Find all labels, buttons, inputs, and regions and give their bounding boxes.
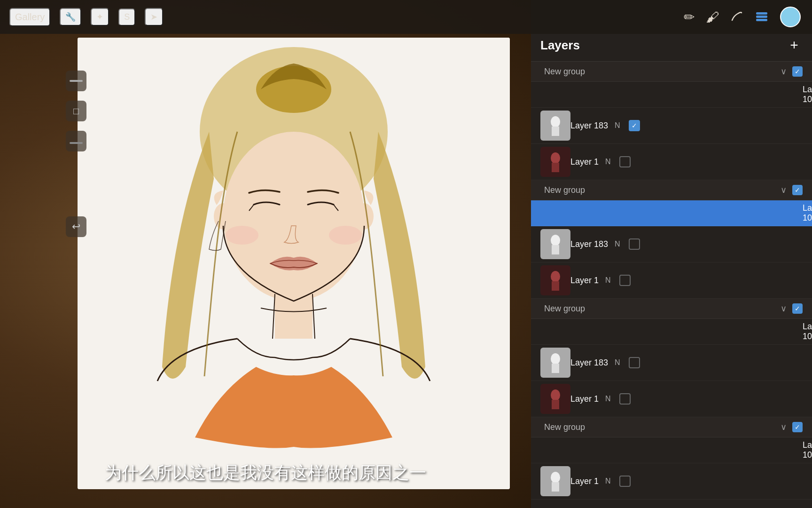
layer-row-selected[interactable]: Layer 109 N ✓ — [531, 200, 812, 226]
group-chevron-icon: ∨ — [781, 66, 787, 77]
square-tool[interactable]: □ — [66, 101, 86, 121]
group-row[interactable]: New group ∨ ✓ — [531, 299, 812, 319]
side-tools: □ — [66, 71, 86, 151]
layer-row[interactable]: Layer 109 N ✓ — [531, 82, 812, 108]
layer-row[interactable]: Layer 1 N — [531, 463, 812, 500]
layer-name: Layer 183 — [570, 358, 608, 368]
svg-rect-17 — [552, 163, 559, 172]
group-label: New group — [544, 67, 781, 77]
group-row-top[interactable]: New group ∨ ✓ — [531, 62, 812, 82]
modify-tool-button[interactable]: 🔧 — [60, 8, 81, 26]
svg-rect-15 — [552, 127, 559, 136]
layer-name: Layer 109 — [803, 322, 812, 341]
right-toolbar: ✏ 🖌 — [531, 0, 812, 34]
svg-rect-33 — [552, 482, 559, 492]
group-label: New group — [544, 304, 781, 314]
svg-point-26 — [551, 353, 560, 365]
top-toolbar: Gallery 🔧 ✦ S ➤ — [0, 0, 531, 34]
add-layer-button[interactable]: + — [786, 37, 803, 54]
color-picker[interactable] — [780, 7, 801, 27]
layer-thumbnail — [540, 229, 570, 259]
brush-tool-icon[interactable]: 🖌 — [706, 9, 719, 25]
layer-row[interactable]: Layer 183 N — [531, 226, 812, 262]
layer-visibility[interactable] — [629, 238, 640, 250]
svg-rect-23 — [552, 281, 559, 291]
group-row[interactable]: New group ∨ ✓ — [531, 180, 812, 200]
layers-tool-icon[interactable] — [755, 8, 769, 26]
layer-row[interactable]: Layer 109 N ✓ — [531, 437, 812, 463]
layer-visibility[interactable] — [619, 156, 631, 167]
svg-point-7 — [226, 226, 258, 245]
canvas-area: Gallery 🔧 ✦ S ➤ — [0, 0, 531, 508]
svg-rect-9 — [756, 12, 767, 15]
svg-rect-10 — [756, 16, 767, 18]
layer-row[interactable]: Layer 109 N ✓ — [531, 319, 812, 345]
group-label: New group — [544, 185, 781, 195]
group-chevron-icon: ∨ — [781, 422, 787, 432]
layer-name: Layer 1 — [570, 476, 599, 486]
svg-point-32 — [551, 472, 560, 483]
layer-row[interactable]: Layer 1 N — [531, 262, 812, 299]
layer-visibility[interactable] — [619, 476, 631, 487]
layer-visibility[interactable] — [619, 275, 631, 286]
canvas-frame — [78, 38, 510, 489]
layer-name: Layer 1 — [570, 276, 599, 286]
layer-row[interactable]: Layer 1 N — [531, 381, 812, 417]
layer-visibility[interactable]: ✓ — [629, 120, 640, 131]
brush-size-slider-top[interactable] — [66, 71, 86, 91]
layer-mode: N — [605, 276, 615, 285]
brush-size-slider-bottom[interactable] — [66, 131, 86, 151]
smudge-tool-icon[interactable] — [730, 9, 743, 25]
adjust-tool-button[interactable]: ✦ — [91, 8, 109, 26]
pencil-tool-icon[interactable]: ✏ — [684, 9, 695, 25]
selection-tool-button[interactable]: ➤ — [145, 8, 163, 26]
subtitle-text: 为什么所以这也是我没有这样做的原因之一 — [105, 461, 426, 484]
svg-point-16 — [551, 152, 560, 164]
layer-name: Layer 1 — [570, 394, 599, 404]
transform-tool-button[interactable]: S — [118, 8, 135, 26]
layer-thumbnail — [540, 265, 570, 295]
layers-panel: Layers + New group ∨ ✓ Layer 109 N ✓ Lay… — [531, 0, 812, 508]
layer-visibility[interactable] — [629, 357, 640, 368]
layers-panel-title: Layers — [540, 38, 580, 53]
layer-name: Layer 109 — [803, 440, 812, 460]
layer-mode: N — [605, 477, 615, 485]
svg-point-3 — [223, 132, 364, 301]
group-visibility-check[interactable]: ✓ — [792, 303, 803, 314]
group-chevron-icon: ∨ — [781, 185, 787, 195]
svg-point-6 — [355, 203, 374, 230]
svg-point-20 — [551, 235, 560, 246]
group-row[interactable]: New group ∨ ✓ — [531, 417, 812, 437]
layer-row[interactable]: Layer 183 N — [531, 345, 812, 381]
group-label: New group — [544, 422, 781, 432]
layer-name: Layer 183 — [570, 121, 608, 131]
group-visibility-check[interactable]: ✓ — [792, 185, 803, 195]
svg-point-8 — [329, 226, 362, 245]
layer-name: Layer 109 — [803, 203, 812, 223]
layer-mode: N — [615, 358, 624, 367]
svg-point-22 — [551, 271, 560, 282]
gallery-button[interactable]: Gallery — [9, 8, 50, 26]
layer-row[interactable]: Layer 1 N — [531, 144, 812, 180]
layer-thumbnail — [540, 466, 570, 496]
layer-thumbnail — [540, 147, 570, 177]
layer-name: Layer 183 — [570, 239, 608, 249]
layer-mode: N — [605, 158, 615, 166]
group-visibility-check[interactable]: ✓ — [792, 66, 803, 77]
layer-name: Layer 1 — [570, 157, 599, 167]
undo-button[interactable]: ↩ — [66, 216, 86, 237]
group-chevron-icon: ∨ — [781, 303, 787, 314]
svg-rect-4 — [275, 292, 312, 339]
layer-thumbnail — [540, 384, 570, 414]
layer-row[interactable]: Layer 183 N ✓ — [531, 108, 812, 144]
layer-mode: N — [615, 121, 624, 130]
svg-rect-27 — [552, 364, 559, 373]
layer-mode: N — [615, 240, 624, 248]
layer-thumbnail — [540, 111, 570, 141]
svg-rect-11 — [756, 19, 767, 21]
group-visibility-check[interactable]: ✓ — [792, 422, 803, 432]
layer-mode: N — [605, 395, 615, 403]
svg-rect-29 — [552, 400, 559, 409]
svg-point-14 — [551, 116, 560, 127]
layer-visibility[interactable] — [619, 393, 631, 405]
